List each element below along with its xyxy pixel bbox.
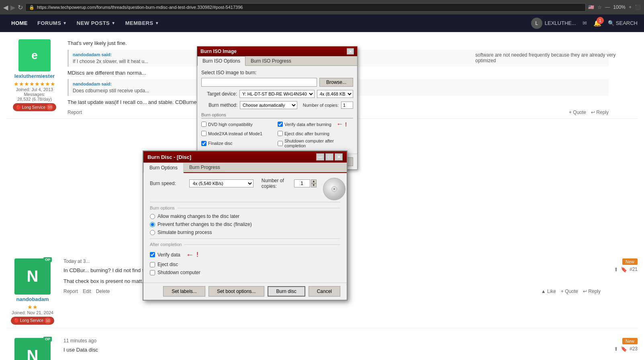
extensions-icon[interactable]: ⬛ bbox=[635, 4, 641, 10]
cb-mode2xa[interactable] bbox=[201, 131, 206, 136]
op-badge: OP bbox=[43, 257, 52, 262]
copies-up-btn[interactable]: ▲ bbox=[311, 179, 317, 183]
cb-eject-iso-label: Eject disc after burning bbox=[284, 131, 329, 136]
user-info-nando-23: OP N nandobadam ★★ bbox=[6, 338, 59, 360]
disc-animation bbox=[323, 178, 346, 200]
share-icon-23[interactable]: ⬆ bbox=[614, 346, 618, 352]
quote-link-lexluther[interactable]: + Quote bbox=[569, 110, 586, 115]
cb-dvd[interactable] bbox=[201, 122, 206, 127]
nav-forums[interactable]: FORUMS ▼ bbox=[33, 14, 72, 32]
mail-icon[interactable]: ✉ bbox=[583, 20, 587, 26]
target-speed-select[interactable]: 4x (8,468 KB/s) bbox=[317, 90, 353, 98]
copies-label-iso: Number of copies: bbox=[303, 103, 339, 108]
stars-nando: ★★ bbox=[6, 304, 59, 310]
forums-dropdown-icon: ▼ bbox=[63, 21, 67, 25]
bookmark-icon-22[interactable]: 🔖 bbox=[621, 266, 627, 273]
burn-options-label: Burn options bbox=[150, 205, 340, 210]
burn-disc-close-btn[interactable]: ✕ bbox=[335, 153, 343, 161]
cb-shutdown-disc[interactable] bbox=[150, 270, 155, 275]
arrow-annotation-iso: ← bbox=[336, 120, 343, 128]
tab-burn-progress[interactable]: Burn Progress bbox=[184, 163, 226, 172]
report-link-lexluther[interactable]: Report bbox=[67, 110, 82, 115]
copies-input-iso[interactable] bbox=[341, 102, 353, 109]
copies-spinner-btns: ▲ ▼ bbox=[311, 179, 317, 187]
browse-btn[interactable]: Browse... bbox=[319, 78, 353, 87]
messages-lexluther: Messages: 28,532 (6.78/day) bbox=[6, 92, 63, 102]
burn-disc-btn[interactable]: Burn disc bbox=[268, 286, 305, 297]
edit-link-nando[interactable]: Edit bbox=[83, 289, 91, 294]
lock-icon: 🔒 bbox=[29, 5, 35, 10]
share-icon-22[interactable]: ⬆ bbox=[614, 266, 618, 273]
copies-down-btn[interactable]: ▼ bbox=[311, 183, 317, 187]
cb-eject-disc[interactable] bbox=[150, 262, 155, 267]
post-text-23: I use Data disc bbox=[63, 346, 601, 354]
copies-spinner: ▲ ▼ bbox=[294, 179, 317, 187]
reply-link-lexluther[interactable]: ↩ Reply bbox=[591, 110, 609, 115]
burn-iso-close-btn[interactable]: ✕ bbox=[347, 48, 354, 55]
radio-prevent[interactable] bbox=[150, 222, 155, 227]
back-icon[interactable]: ◀ bbox=[3, 4, 8, 11]
username-nando[interactable]: nandobadam bbox=[6, 296, 59, 302]
delete-link-nando[interactable]: Delete bbox=[96, 289, 110, 294]
plus-icon[interactable]: + bbox=[629, 4, 632, 10]
browser-right: 🇺🇸 ☆ — 100% + ⬛ bbox=[588, 4, 641, 10]
disc-icon bbox=[323, 178, 346, 200]
report-link-nando[interactable]: Report bbox=[63, 289, 78, 294]
set-boot-btn[interactable]: Set boot options... bbox=[209, 286, 264, 297]
target-device-select[interactable]: Y: HL-DT-ST BD-RE WH14NS40 bbox=[239, 90, 315, 98]
tab-burn-iso-progress[interactable]: Burn ISO Progress bbox=[245, 56, 296, 65]
nav-search-btn[interactable]: 🔍 SEARCH bbox=[608, 20, 638, 26]
iso-path-row: Browse... bbox=[201, 78, 353, 87]
cb-finalize-row: Finalize disc bbox=[201, 138, 277, 148]
star-icon[interactable]: ☆ bbox=[597, 4, 602, 10]
cb-verify-row: Verify data after burning ← ! bbox=[278, 120, 353, 128]
cb-verify-iso[interactable] bbox=[278, 122, 283, 127]
nav-home[interactable]: HOME bbox=[6, 14, 33, 32]
address-bar[interactable]: 🔒 https://www.techpowerup.com/forums/thr… bbox=[25, 3, 586, 12]
post-number-22: #21 bbox=[630, 266, 638, 272]
forward-icon[interactable]: ▶ bbox=[10, 4, 15, 11]
radio-allow[interactable] bbox=[150, 214, 155, 219]
burn-speed-label: Burn speed: bbox=[150, 181, 186, 186]
burn-disc-restore-btn[interactable]: □ bbox=[325, 153, 333, 161]
cb-mode2xa-row: Mode2XA instead of Mode1 bbox=[201, 131, 277, 136]
cb-shutdown-iso[interactable] bbox=[278, 141, 283, 146]
burn-disc-minimize-btn[interactable]: — bbox=[316, 153, 324, 161]
excl-iso: ! bbox=[345, 121, 347, 128]
nav-new-posts[interactable]: NEW POSTS ▼ bbox=[72, 14, 121, 32]
reload-icon[interactable]: ↻ bbox=[18, 4, 23, 11]
quote-link-nando[interactable]: + Quote bbox=[561, 289, 578, 294]
copies-input-disc[interactable] bbox=[294, 179, 310, 187]
tab-burn-iso-options[interactable]: Burn ISO Options bbox=[197, 56, 245, 66]
avatar: L bbox=[531, 18, 542, 29]
cancel-disc-btn[interactable]: Cancel bbox=[309, 286, 340, 297]
burn-speed-select[interactable]: 4x (5,540 KB/s) bbox=[189, 179, 254, 187]
nav-user[interactable]: L LEXLUTHE... bbox=[531, 18, 576, 29]
radio-allow-row: Allow making changes to the disc later bbox=[150, 214, 340, 219]
reply-link-nando[interactable]: ↩ Reply bbox=[583, 289, 601, 294]
burn-disc-body: Burn speed: 4x (5,540 KB/s) Number of co… bbox=[143, 173, 347, 283]
username-lexluther[interactable]: lexluthermiester bbox=[6, 73, 63, 79]
burn-disc-title-bar: Burn Disc - [Disc] — □ ✕ bbox=[143, 151, 347, 163]
cb-verify-disc[interactable] bbox=[150, 252, 155, 257]
nav-right: L LEXLUTHE... ✉ 🔔 1 🔍 SEARCH bbox=[531, 18, 638, 29]
members-dropdown-icon: ▼ bbox=[155, 21, 159, 25]
avatar-nando: OP N bbox=[14, 258, 51, 295]
cb-dvd-row: DVD high compatibility bbox=[201, 120, 277, 128]
minimize-icon[interactable]: — bbox=[605, 4, 610, 10]
burn-options-grid: DVD high compatibility Verify data after… bbox=[201, 120, 353, 150]
like-link-nando[interactable]: ▲ Like bbox=[541, 289, 556, 294]
avatar-lexluther: e bbox=[18, 39, 51, 71]
cb-finalize-iso[interactable] bbox=[201, 141, 206, 146]
cb-shutdown-iso-label: Shutdown computer after completion bbox=[284, 138, 353, 148]
tab-burn-options[interactable]: Burn Options bbox=[143, 163, 184, 173]
burn-method-select[interactable]: Choose automatically bbox=[240, 101, 297, 109]
iso-path-input[interactable] bbox=[201, 78, 317, 87]
radio-simulate[interactable] bbox=[150, 230, 155, 235]
cb-eject-iso[interactable] bbox=[278, 131, 283, 136]
post-content-23: 11 minutes ago I use Data disc bbox=[63, 338, 601, 360]
set-labels-btn[interactable]: Set labels... bbox=[163, 286, 205, 297]
bookmark-icon-23[interactable]: 🔖 bbox=[621, 346, 627, 352]
notification-bell[interactable]: 🔔 1 bbox=[593, 19, 601, 27]
nav-members[interactable]: MEMBERS ▼ bbox=[121, 14, 164, 32]
